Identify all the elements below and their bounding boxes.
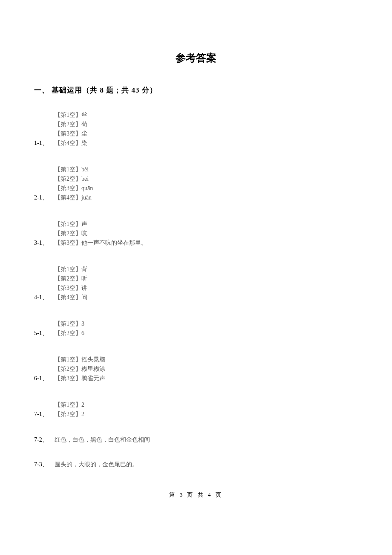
blank-label: 【第2空】 bbox=[55, 411, 81, 417]
blank-value: 吭 bbox=[81, 230, 87, 237]
question-block: 【第1空】背 【第2空】听 【第3空】讲 4-1、 【第4空】问 bbox=[34, 265, 358, 302]
blank-label: 【第3空】 bbox=[55, 375, 81, 382]
blank-value: 他一声不吭的坐在那里。 bbox=[81, 240, 147, 246]
blank-value: 糊里糊涂 bbox=[81, 366, 105, 372]
blank-label: 【第2空】 bbox=[55, 121, 81, 127]
blanks-stack: 【第1空】bèi 【第2空】bēi 【第3空】quān bbox=[55, 165, 358, 193]
question-block: 【第1空】丝 【第2空】苟 【第3空】尘 1-1、 【第4空】染 bbox=[34, 110, 358, 148]
blank-line: 【第3空】他一声不吭的坐在那里。 bbox=[55, 238, 147, 248]
blanks-stack: 【第1空】背 【第2空】听 【第3空】讲 bbox=[55, 265, 358, 293]
blank-label: 【第4空】 bbox=[55, 140, 81, 146]
blank-label: 【第1空】 bbox=[55, 166, 81, 173]
blank-label: 【第1空】 bbox=[55, 221, 81, 227]
blank-value: quān bbox=[81, 185, 93, 191]
blank-line: 【第4空】juàn bbox=[55, 193, 92, 202]
blank-value: 听 bbox=[81, 275, 87, 282]
blank-value: 苟 bbox=[81, 121, 87, 127]
question-block: 【第1空】3 5-1、 【第2空】6 bbox=[34, 319, 358, 338]
blank-line: 【第1空】2 bbox=[55, 400, 358, 410]
question-block: 【第1空】声 【第2空】吭 3-1、 【第3空】他一声不吭的坐在那里。 bbox=[34, 220, 358, 248]
answer-text: 红色，白色，黑色，白色和金色相间 bbox=[55, 436, 150, 444]
question-number: 1-1、 bbox=[34, 139, 55, 147]
last-line: 6-1、 【第3空】鸦雀无声 bbox=[34, 374, 358, 383]
section-header: 一、 基础运用（共 8 题；共 43 分） bbox=[34, 85, 358, 95]
blank-line: 【第2空】糊里糊涂 bbox=[55, 364, 358, 374]
question-number: 7-2、 bbox=[34, 436, 55, 444]
question-block: 【第1空】bèi 【第2空】bēi 【第3空】quān 2-1、 【第4空】ju… bbox=[34, 165, 358, 202]
blank-line: 【第4空】染 bbox=[55, 139, 87, 148]
blank-value: 丝 bbox=[81, 112, 87, 118]
blank-label: 【第1空】 bbox=[55, 266, 81, 272]
blank-line: 【第2空】2 bbox=[55, 410, 84, 419]
simple-answer-row: 7-3、 圆头的，大眼的，金色尾巴的。 bbox=[34, 461, 358, 468]
question-number: 6-1、 bbox=[34, 375, 55, 382]
answer-text: 圆头的，大眼的，金色尾巴的。 bbox=[55, 461, 138, 468]
blank-line: 【第2空】听 bbox=[55, 274, 358, 283]
blank-line: 【第1空】丝 bbox=[55, 110, 358, 120]
blanks-stack: 【第1空】2 bbox=[55, 400, 358, 410]
blank-line: 【第2空】6 bbox=[55, 329, 84, 338]
blank-line: 【第3空】quān bbox=[55, 184, 358, 193]
blank-label: 【第2空】 bbox=[55, 176, 81, 182]
blank-value: bēi bbox=[81, 176, 89, 182]
blank-value: 染 bbox=[81, 140, 87, 146]
blank-value: 6 bbox=[81, 330, 84, 336]
blank-value: 鸦雀无声 bbox=[81, 375, 105, 382]
blank-line: 【第1空】摇头晃脑 bbox=[55, 355, 358, 364]
blank-label: 【第3空】 bbox=[55, 285, 81, 291]
blank-label: 【第2空】 bbox=[55, 230, 81, 237]
blank-label: 【第2空】 bbox=[55, 366, 81, 372]
last-line: 7-1、 【第2空】2 bbox=[34, 410, 358, 419]
blank-label: 【第4空】 bbox=[55, 194, 81, 201]
blank-value: 摇头晃脑 bbox=[81, 356, 105, 363]
page-title: 参考答案 bbox=[34, 51, 358, 65]
blank-line: 【第3空】讲 bbox=[55, 283, 358, 293]
blank-value: 尘 bbox=[81, 130, 87, 137]
last-line: 4-1、 【第4空】问 bbox=[34, 293, 358, 302]
blank-value: 2 bbox=[81, 411, 84, 417]
blank-value: 2 bbox=[81, 402, 84, 408]
blanks-stack: 【第1空】丝 【第2空】苟 【第3空】尘 bbox=[55, 110, 358, 139]
blank-line: 【第2空】苟 bbox=[55, 120, 358, 129]
last-line: 5-1、 【第2空】6 bbox=[34, 329, 358, 338]
blank-line: 【第1空】3 bbox=[55, 319, 358, 329]
section-label: 基础运用（共 8 题；共 43 分） bbox=[52, 86, 157, 94]
question-number: 7-3、 bbox=[34, 461, 55, 468]
blank-value: bèi bbox=[81, 166, 89, 173]
blank-line: 【第2空】吭 bbox=[55, 229, 358, 238]
page-container: 参考答案 一、 基础运用（共 8 题；共 43 分） 【第1空】丝 【第2空】苟… bbox=[0, 0, 392, 512]
simple-answer-row: 7-2、 红色，白色，黑色，白色和金色相间 bbox=[34, 436, 358, 444]
blank-label: 【第3空】 bbox=[55, 130, 81, 137]
blank-line: 【第1空】bèi bbox=[55, 165, 358, 174]
blanks-stack: 【第1空】3 bbox=[55, 319, 358, 329]
blank-label: 【第1空】 bbox=[55, 356, 81, 363]
blank-line: 【第1空】声 bbox=[55, 220, 358, 229]
blank-value: juàn bbox=[81, 194, 92, 201]
section-number: 一、 bbox=[34, 86, 49, 94]
blank-line: 【第3空】尘 bbox=[55, 129, 358, 139]
blank-label: 【第2空】 bbox=[55, 330, 81, 336]
last-line: 2-1、 【第4空】juàn bbox=[34, 193, 358, 202]
blank-label: 【第3空】 bbox=[55, 185, 81, 191]
blanks-stack: 【第1空】摇头晃脑 【第2空】糊里糊涂 bbox=[55, 355, 358, 374]
blank-value: 3 bbox=[81, 321, 84, 327]
blank-value: 背 bbox=[81, 266, 87, 272]
blank-label: 【第1空】 bbox=[55, 321, 81, 327]
last-line: 3-1、 【第3空】他一声不吭的坐在那里。 bbox=[34, 238, 358, 248]
blanks-stack: 【第1空】声 【第2空】吭 bbox=[55, 220, 358, 238]
blank-label: 【第4空】 bbox=[55, 294, 81, 301]
question-block: 【第1空】摇头晃脑 【第2空】糊里糊涂 6-1、 【第3空】鸦雀无声 bbox=[34, 355, 358, 383]
blank-label: 【第2空】 bbox=[55, 275, 81, 282]
blank-label: 【第3空】 bbox=[55, 240, 81, 246]
question-number: 4-1、 bbox=[34, 294, 55, 301]
blank-line: 【第3空】鸦雀无声 bbox=[55, 374, 105, 383]
page-footer: 第 3 页 共 4 页 bbox=[0, 491, 392, 499]
question-number: 3-1、 bbox=[34, 239, 55, 247]
blank-value: 讲 bbox=[81, 285, 87, 291]
blank-value: 声 bbox=[81, 221, 87, 227]
question-number: 5-1、 bbox=[34, 330, 55, 337]
blank-label: 【第1空】 bbox=[55, 402, 81, 408]
last-line: 1-1、 【第4空】染 bbox=[34, 139, 358, 148]
question-number: 2-1、 bbox=[34, 194, 55, 202]
question-number: 7-1、 bbox=[34, 410, 55, 418]
